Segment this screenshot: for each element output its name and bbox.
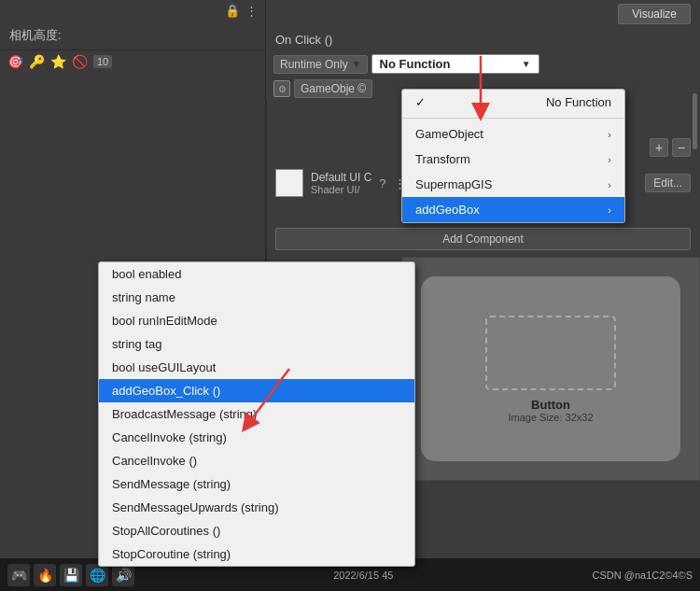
target-icon[interactable]: 🎯: [7, 54, 23, 69]
visualize-bar: Visualize: [266, 0, 700, 28]
bool-useGUILayout-label: bool useGUILayout: [112, 360, 216, 374]
checkmark-icon: ✓: [415, 95, 426, 109]
red-arrow-down-2: [233, 364, 308, 439]
taskbar-icon-4[interactable]: 🔊: [112, 564, 134, 586]
submenu-bool-enabled[interactable]: bool enabled: [99, 262, 414, 286]
runtime-arrow-icon: ▼: [352, 59, 361, 69]
no-function-label: No Function: [380, 57, 451, 71]
onclick-header: On Click (): [266, 28, 700, 51]
cancelinvoke-label: CancelInvoke (): [112, 454, 197, 468]
dropdown-item-no-function[interactable]: ✓ No Function: [402, 90, 624, 115]
taskbar-time: 2022/6/15 45: [333, 570, 393, 581]
default-ui-label: Default UI C: [311, 171, 371, 184]
camera-height-label: 相机高度:: [9, 28, 62, 42]
nofunc-label: No Function: [546, 95, 611, 109]
dropdown-divider-1: [402, 118, 624, 119]
red-arrow-down-1: [453, 51, 509, 126]
preview-panel: Button Image Size: 32x32: [401, 257, 700, 481]
bool-runineditmode-label: bool runInEditMode: [112, 314, 217, 328]
submenu-cancelinvoke[interactable]: CancelInvoke (): [99, 449, 414, 472]
submenu-bool-runineditmode[interactable]: bool runInEditMode: [99, 309, 414, 332]
onclick-label: On Click (): [275, 33, 332, 47]
left-icons-row: 🔒 ⋮: [0, 0, 265, 21]
taskbar-icon-3[interactable]: 🌐: [86, 564, 108, 586]
preview-inner: Button Image Size: 32x32: [421, 276, 680, 461]
question-icon[interactable]: ?: [379, 176, 385, 190]
supermapgis-label: SupermapGIS: [415, 177, 492, 191]
menu-icon[interactable]: ⋮: [245, 4, 258, 18]
sendmessage-label: SendMessage (string): [112, 477, 231, 491]
cancelinvoke-string-label: CancelInvoke (string): [112, 430, 227, 444]
gameobj-icon: ⚙: [273, 80, 290, 97]
submenu-sendmessageupwards[interactable]: SendMessageUpwards (string): [99, 496, 414, 519]
runtime-label: Runtime Only: [280, 58, 348, 71]
dropdown-item-gameobject[interactable]: GameObject ›: [402, 121, 624, 147]
taskbar-user: CSDN @na1C2©4©S: [593, 570, 693, 581]
key-icon[interactable]: 🔑: [29, 54, 45, 69]
no-function-dropdown: ✓ No Function GameObject › Transform › S…: [401, 89, 625, 223]
submenu-sendmessage[interactable]: SendMessage (string): [99, 472, 414, 496]
slash-icon[interactable]: 🚫: [72, 54, 88, 69]
left-panel-title: 相机高度:: [0, 21, 265, 50]
preview-button-label: Button: [531, 398, 570, 412]
star-icon[interactable]: ⭐: [50, 54, 66, 69]
submenu-stopcoroutine[interactable]: StopCoroutine (string): [99, 542, 414, 566]
lock-icon[interactable]: 🔒: [225, 4, 240, 18]
addgeobox-arrow-icon: ›: [608, 204, 611, 216]
dropdown-item-addgeobox[interactable]: addGeoBox ›: [402, 197, 624, 222]
addgeobox-label: addGeoBox: [415, 203, 480, 217]
submenu-string-name[interactable]: string name: [99, 286, 414, 309]
camera-badge: 10: [93, 55, 112, 68]
camera-controls: 🎯 🔑 ⭐ 🚫 10: [0, 50, 265, 73]
default-ui-sublabel: Shader UI/: [311, 184, 371, 195]
go-arrow-icon: ›: [608, 129, 611, 140]
edit-button[interactable]: Edit...: [645, 174, 691, 192]
submenu-string-tag[interactable]: string tag: [99, 332, 414, 356]
minus-button[interactable]: −: [672, 138, 691, 157]
addgeobox-click-label: addGeoBox_Click (): [112, 384, 220, 398]
gameobj-button[interactable]: GameObje ©: [294, 79, 372, 98]
dropdown-item-supermapgis[interactable]: SupermapGIS ›: [402, 172, 624, 197]
dropdown-item-transform[interactable]: Transform ›: [402, 147, 624, 172]
plus-minus-bar: + −: [650, 138, 691, 157]
taskbar-icon-2[interactable]: 💾: [60, 564, 82, 586]
go-label: GameObject: [415, 127, 483, 141]
no-function-arrow-icon: ▼: [522, 59, 531, 69]
plus-button[interactable]: +: [650, 138, 668, 157]
add-component-bar: Add Component: [266, 222, 700, 256]
stopcoroutine-label: StopCoroutine (string): [112, 547, 231, 561]
visualize-button[interactable]: Visualize: [618, 4, 691, 24]
string-name-label: string name: [112, 290, 175, 304]
submenu-stopallcoroutines[interactable]: StopAllCoroutines (): [99, 519, 414, 542]
supermapgis-arrow-icon: ›: [608, 179, 611, 190]
preview-size-label: Image Size: 32x32: [508, 412, 593, 423]
sendmessageupwards-label: SendMessageUpwards (string): [112, 500, 278, 514]
svg-line-3: [247, 369, 289, 425]
transform-arrow-icon: ›: [608, 154, 611, 165]
stopallcoroutines-label: StopAllCoroutines (): [112, 524, 220, 538]
bool-enabled-label: bool enabled: [112, 267, 181, 281]
runtime-select[interactable]: Runtime Only ▼: [273, 55, 368, 74]
color-square: [275, 169, 303, 197]
scroll-bar[interactable]: [693, 93, 697, 149]
unity-icon[interactable]: 🎮: [7, 564, 30, 586]
string-tag-label: string tag: [112, 337, 161, 351]
preview-dashed-border: [485, 316, 616, 390]
default-ui-info: Default UI C Shader UI/: [311, 171, 371, 195]
taskbar-icon-1[interactable]: 🔥: [34, 564, 56, 586]
add-component-button[interactable]: Add Component: [275, 228, 691, 250]
transform-label: Transform: [415, 152, 470, 166]
